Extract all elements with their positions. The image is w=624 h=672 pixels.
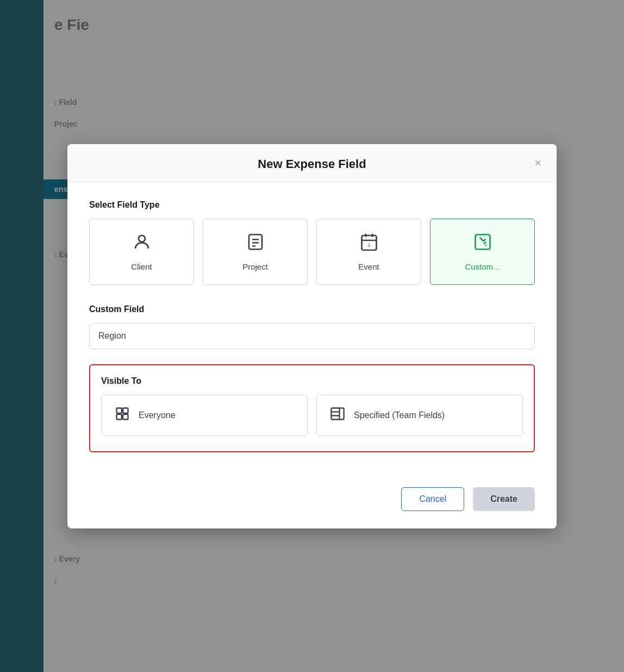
new-expense-field-dialog: New Expense Field × Select Field Type Cl… xyxy=(67,144,557,528)
everyone-label: Everyone xyxy=(139,410,176,420)
close-button[interactable]: × xyxy=(532,155,544,171)
field-type-event[interactable]: 1 Event xyxy=(316,219,421,285)
visible-to-options: Everyone Specified (Team Fields) xyxy=(101,395,523,436)
svg-rect-14 xyxy=(117,414,122,419)
field-type-grid: Client Project xyxy=(89,219,535,285)
svg-point-0 xyxy=(139,235,145,242)
svg-rect-12 xyxy=(117,408,122,413)
field-type-custom[interactable]: Custom... xyxy=(430,219,535,285)
svg-rect-16 xyxy=(331,408,344,419)
visible-to-label: Visible To xyxy=(101,376,523,386)
custom-icon xyxy=(473,232,492,256)
custom-field-section: Custom Field xyxy=(89,304,535,349)
specified-label: Specified (Team Fields) xyxy=(354,410,445,420)
svg-rect-15 xyxy=(123,414,128,419)
svg-rect-13 xyxy=(123,408,128,413)
specified-icon xyxy=(330,406,345,425)
create-button[interactable]: Create xyxy=(473,487,535,511)
cancel-button[interactable]: Cancel xyxy=(401,487,464,511)
visible-everyone-card[interactable]: Everyone xyxy=(101,395,308,436)
visible-specified-card[interactable]: Specified (Team Fields) xyxy=(316,395,523,436)
everyone-icon xyxy=(115,406,130,425)
client-icon xyxy=(132,232,152,256)
project-icon xyxy=(246,232,265,256)
visible-to-section: Visible To Everyone xyxy=(89,364,535,452)
project-label: Project xyxy=(242,262,268,271)
field-type-project[interactable]: Project xyxy=(203,219,308,285)
select-field-type-label: Select Field Type xyxy=(89,200,535,210)
custom-field-label: Custom Field xyxy=(89,304,535,314)
svg-rect-1 xyxy=(249,234,262,249)
svg-text:1: 1 xyxy=(367,242,370,248)
dialog-footer: Cancel Create xyxy=(67,487,557,528)
client-label: Client xyxy=(131,262,152,271)
svg-point-11 xyxy=(485,244,486,246)
dialog-body: Select Field Type Client xyxy=(67,183,557,487)
custom-label: Custom... xyxy=(465,262,500,271)
dialog-title: New Expense Field xyxy=(258,157,366,171)
svg-rect-10 xyxy=(475,234,490,249)
event-label: Event xyxy=(358,262,379,271)
dialog-header: New Expense Field × xyxy=(67,144,557,183)
custom-field-input[interactable] xyxy=(89,323,535,349)
event-icon: 1 xyxy=(359,232,379,256)
field-type-client[interactable]: Client xyxy=(89,219,194,285)
